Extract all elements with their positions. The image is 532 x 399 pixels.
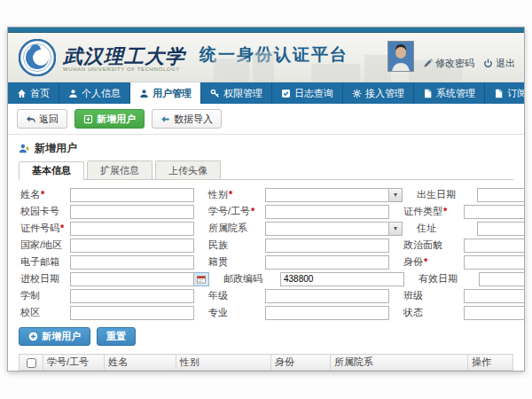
person-icon [68, 89, 78, 98]
field-campus[interactable] [70, 306, 194, 320]
title-block: 武汉理工大学 WUHAN UNIVERSITY OF TECHNOLOGY 统一… [63, 43, 348, 72]
th-name[interactable]: 姓名 [105, 355, 176, 371]
th-actions[interactable]: 操作 [468, 355, 513, 371]
field-address[interactable] [477, 222, 525, 236]
university-name: 武汉理工大学 [63, 48, 185, 66]
university-name-en: WUHAN UNIVERSITY OF TECHNOLOGY [63, 66, 185, 72]
dropdown-arrow-icon[interactable]: ▾ [389, 222, 403, 236]
nav-item-home[interactable]: 首页 [8, 82, 59, 104]
table-empty-row [20, 371, 513, 372]
section-header: 新增用户 [19, 141, 513, 156]
plus-circle-icon [28, 332, 38, 341]
field-country-region[interactable] [70, 239, 194, 253]
data-import-button[interactable]: 数据导入 [152, 109, 222, 129]
nav-item-log-query[interactable]: 日志查询 [272, 82, 343, 104]
th-student-id[interactable]: 学号/工号 [43, 355, 105, 371]
field-id-type[interactable] [464, 205, 525, 219]
field-email[interactable] [70, 255, 194, 270]
document-icon [494, 89, 504, 98]
nav-item-user-management[interactable]: 用户管理 [130, 82, 201, 104]
field-political-status[interactable] [464, 239, 525, 253]
user-table: 学号/工号 姓名 性别 身份 所属院系 操作 [19, 354, 513, 372]
field-valid-date[interactable] [479, 272, 525, 286]
main-nav: 首页 个人信息 用户管理 权限管理 日志查询 接入管理 系统管理 订阅管理 [8, 82, 524, 104]
person-icon [139, 89, 149, 98]
field-identity[interactable] [464, 255, 525, 270]
field-major[interactable] [265, 306, 389, 320]
back-button[interactable]: 返回 [17, 109, 67, 129]
field-student-id[interactable] [265, 205, 389, 219]
dropdown-arrow-icon[interactable]: ▾ [389, 188, 403, 202]
submit-add-user-button[interactable]: 新增用户 [19, 327, 90, 346]
tab-bar: 基本信息 扩展信息 上传头像 [19, 160, 513, 180]
university-logo-icon [19, 39, 56, 76]
field-status[interactable] [464, 306, 525, 320]
field-birth-date[interactable] [477, 188, 525, 202]
account-area: 修改密码 退出 [387, 33, 515, 82]
user-plus-icon [19, 143, 30, 154]
nav-item-permission-management[interactable]: 权限管理 [201, 82, 272, 104]
page-title: 统一身份认证平台 [200, 43, 348, 66]
section-title: 新增用户 [35, 141, 77, 156]
document-icon [423, 89, 433, 98]
field-enrollment-date[interactable] [70, 272, 194, 286]
toolbar: 返回 新增用户 数据导入 [8, 104, 524, 135]
change-password-button[interactable]: 修改密码 [423, 57, 474, 70]
tab-basic-info[interactable]: 基本信息 [19, 161, 84, 180]
th-identity[interactable]: 身份 [271, 355, 331, 371]
pencil-icon [423, 59, 433, 68]
field-native-place[interactable] [265, 255, 389, 270]
calendar-icon[interactable] [194, 272, 209, 286]
gear-icon [352, 89, 362, 98]
nav-item-personal-info[interactable]: 个人信息 [59, 82, 130, 104]
select-all-checkbox[interactable] [27, 358, 36, 368]
th-gender[interactable]: 性别 [176, 355, 271, 371]
tab-extended-info[interactable]: 扩展信息 [87, 160, 153, 179]
add-user-toolbar-button[interactable]: 新增用户 [74, 109, 145, 129]
back-arrow-icon [26, 114, 35, 124]
header: 武汉理工大学 WUHAN UNIVERSITY OF TECHNOLOGY 统一… [8, 33, 524, 82]
table-header-row: 学号/工号 姓名 性别 身份 所属院系 操作 [20, 355, 513, 371]
field-schooling-length[interactable] [70, 289, 194, 303]
field-department[interactable] [265, 222, 389, 236]
nav-item-access-management[interactable]: 接入管理 [343, 82, 414, 104]
key-icon [210, 89, 220, 98]
field-class[interactable] [464, 289, 525, 303]
checklist-icon [281, 89, 291, 98]
user-avatar[interactable] [387, 41, 414, 72]
field-name[interactable] [70, 188, 194, 202]
nav-item-system-management[interactable]: 系统管理 [414, 82, 485, 104]
th-department[interactable]: 所属院系 [331, 355, 468, 371]
field-ethnicity[interactable] [265, 239, 389, 253]
field-grade[interactable] [265, 289, 389, 303]
home-icon [17, 89, 27, 98]
import-arrow-icon [160, 114, 170, 124]
power-icon [483, 59, 493, 68]
logout-button[interactable]: 退出 [483, 57, 515, 70]
field-id-number[interactable] [70, 222, 194, 236]
reset-button[interactable]: 重置 [97, 327, 136, 346]
tab-upload-photo[interactable]: 上传头像 [155, 160, 221, 179]
field-gender[interactable] [265, 188, 389, 202]
form-actions: 新增用户 重置 [19, 327, 513, 346]
avatar-photo [388, 42, 413, 71]
field-postal-code[interactable] [280, 272, 404, 286]
field-campus-card-no[interactable] [70, 205, 194, 219]
nav-item-subscription-management[interactable]: 订阅管理 [485, 82, 525, 104]
new-item-icon [83, 114, 93, 124]
auth-platform-window: 武汉理工大学 WUHAN UNIVERSITY OF TECHNOLOGY 统一… [7, 27, 525, 372]
new-user-form: 姓名* 性别* ▾ 出生日期 校园卡号 学号/工号* 证件类型* 证件号码* 所… [20, 187, 492, 320]
